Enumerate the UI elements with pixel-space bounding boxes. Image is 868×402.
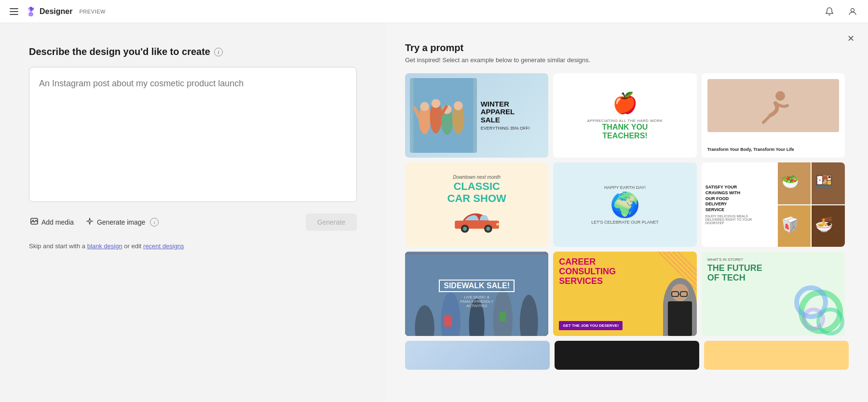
add-media-button[interactable]: Add media xyxy=(29,214,75,230)
image-icon xyxy=(30,217,39,226)
svg-rect-39 xyxy=(500,312,506,322)
generate-button[interactable]: Generate xyxy=(306,214,357,231)
decorative-circles-svg xyxy=(787,278,845,336)
svg-rect-23 xyxy=(496,223,500,226)
gallery-item-career-consulting[interactable]: CAREERCONSULTINGSERVICES GET THE JOB xyxy=(553,252,696,336)
gallery-grid: WINTERAPPARELSALE EVERYTHING 35% OFF! 🍎 … xyxy=(405,73,849,336)
gallery-item-classic-car-show[interactable]: Downtown next month CLASSICCAR SHOW xyxy=(405,162,548,247)
svg-text:🍱: 🍱 xyxy=(815,173,833,190)
try-prompt-subtitle: Get inspired! Select an example below to… xyxy=(405,56,849,64)
career-person-image xyxy=(663,278,697,336)
bell-icon xyxy=(825,7,834,16)
people-svg xyxy=(410,78,477,153)
hamburger-menu-icon[interactable] xyxy=(8,6,20,17)
svg-text:🥗: 🥗 xyxy=(781,173,800,190)
earth-day-header: HAPPY EARTH DAY! xyxy=(604,185,646,190)
topbar-left: Designer PREVIEW xyxy=(8,6,106,17)
person-icon xyxy=(848,7,857,16)
add-media-icon xyxy=(30,217,39,228)
profile-button[interactable] xyxy=(845,4,860,19)
toolbar-left: Add media Generate image i xyxy=(29,214,306,230)
earth-day-footer: LET'S CELEBRATE OUR PLANET xyxy=(591,220,659,225)
classic-car-title: CLASSICCAR SHOW xyxy=(448,181,506,204)
food-img-1: 🥗 xyxy=(778,162,811,204)
person-svg xyxy=(663,278,697,336)
recent-designs-link[interactable]: recent designs xyxy=(143,242,184,250)
topbar: Designer PREVIEW xyxy=(0,0,868,23)
svg-point-21 xyxy=(463,228,466,230)
winter-people-image xyxy=(410,78,477,153)
future-tech-title: THE FUTUREOF TECH xyxy=(707,264,839,283)
food-delivery-sub: ENJOY DELICIOUS MEALSDELIVERED RIGHT TO … xyxy=(705,214,773,225)
designer-logo-icon xyxy=(25,6,37,17)
svg-rect-52 xyxy=(668,301,692,336)
left-panel: Describe the design you'd like to create… xyxy=(0,23,386,402)
winter-apparel-text: WINTERAPPARELSALE EVERYTHING 35% OFF! xyxy=(481,100,544,131)
svg-point-15 xyxy=(775,91,785,101)
svg-point-11 xyxy=(454,101,463,110)
winter-apparel-sub: EVERYTHING 35% OFF! xyxy=(481,126,544,131)
topbar-right xyxy=(822,4,860,19)
main-content: Describe the design you'd like to create… xyxy=(0,23,868,402)
gallery-bottom-row xyxy=(405,341,849,370)
classic-car-script: Downtown next month xyxy=(453,174,501,180)
generate-info-icon[interactable]: i xyxy=(150,218,159,227)
thank-you-small-text: APPRECIATING ALL THE HARD WORK xyxy=(587,119,663,123)
career-consulting-title: CAREERCONSULTINGSERVICES xyxy=(559,257,691,286)
apple-character: 🍎 xyxy=(612,91,637,115)
logo-area: Designer xyxy=(25,6,72,17)
textarea-toolbar: Add media Generate image i Generate xyxy=(29,214,357,231)
sidewalk-sale-title: SIDEWALK SALE! xyxy=(439,280,515,292)
food-img-2: 🍱 xyxy=(812,162,845,204)
gallery-item-sidewalk-sale[interactable]: SIDEWALK SALE! LIVE MUSIC &FAMILY-FRIEND… xyxy=(405,252,548,336)
thank-you-title: THANK YOUTEACHERS! xyxy=(587,123,663,140)
food-svg-3: 🥡 xyxy=(778,205,811,247)
sparkle-icon xyxy=(85,217,94,228)
right-panel: ✕ Try a prompt Get inspired! Select an e… xyxy=(386,23,868,402)
gallery-item-winter-apparel[interactable]: WINTERAPPARELSALE EVERYTHING 35% OFF! xyxy=(405,73,548,158)
sparkle-svg xyxy=(85,217,94,226)
svg-rect-38 xyxy=(444,315,452,326)
sidewalk-sale-sub: LIVE MUSIC &FAMILY-FRIENDLYACTIVITIES xyxy=(439,295,515,308)
close-button[interactable]: ✕ xyxy=(843,31,858,46)
prompt-input[interactable] xyxy=(39,77,347,192)
gallery-item-partial-3[interactable] xyxy=(704,341,849,370)
gallery-item-partial-2[interactable] xyxy=(555,341,699,370)
food-delivery-title: SATISFY YOURCRAVINGS WITHOUR FOODDELIVER… xyxy=(705,185,773,213)
food-svg-1: 🥗 xyxy=(778,162,811,204)
gallery-item-transform-body[interactable]: Transform Your Body, Transform Your Life xyxy=(702,73,845,158)
food-img-4: 🍜 xyxy=(812,205,845,247)
svg-point-0 xyxy=(851,8,854,12)
food-delivery-text: SATISFY YOURCRAVINGS WITHOUR FOODDELIVER… xyxy=(705,185,773,224)
food-img-3: 🥡 xyxy=(778,205,811,247)
svg-text:🍜: 🍜 xyxy=(815,216,833,233)
transform-body-image xyxy=(707,79,839,132)
yoga-person-svg xyxy=(754,84,792,127)
blank-design-link[interactable]: blank design xyxy=(87,242,122,250)
thank-you-text: APPRECIATING ALL THE HARD WORK THANK YOU… xyxy=(587,119,663,140)
prompt-textarea-container xyxy=(29,67,357,202)
gallery-item-food-delivery[interactable]: SATISFY YOURCRAVINGS WITHOUR FOODDELIVER… xyxy=(702,162,845,247)
info-icon[interactable]: i xyxy=(214,48,223,56)
preview-badge: PREVIEW xyxy=(79,9,106,14)
career-cta-button[interactable]: GET THE JOB YOU DESERVE! xyxy=(559,321,623,330)
gallery-item-partial-1[interactable] xyxy=(405,341,550,370)
prompt-title: Describe the design you'd like to create… xyxy=(29,46,357,57)
food-svg-4: 🍜 xyxy=(812,205,845,247)
gallery-item-earth-day[interactable]: HAPPY EARTH DAY! 🌍 LET'S CELEBRATE OUR P… xyxy=(553,162,696,247)
classic-car-svg xyxy=(453,208,501,235)
gallery-item-thank-you-teachers[interactable]: 🍎 APPRECIATING ALL THE HARD WORK THANK Y… xyxy=(553,73,696,158)
sidewalk-sale-content: SIDEWALK SALE! LIVE MUSIC &FAMILY-FRIEND… xyxy=(439,280,515,308)
food-images-grid: 🥗 🍱 🥡 🍜 xyxy=(778,162,845,247)
generate-image-button[interactable]: Generate image i xyxy=(84,214,160,230)
earth-globe-icon: 🌍 xyxy=(610,193,640,217)
transform-body-text: Transform Your Body, Transform Your Life xyxy=(707,147,839,152)
future-tech-header: WHAT'S IN STORE? xyxy=(707,257,839,262)
svg-point-5 xyxy=(420,102,429,111)
notifications-button[interactable] xyxy=(822,4,837,19)
winter-apparel-title: WINTERAPPARELSALE xyxy=(481,100,544,124)
gallery-item-future-of-tech[interactable]: WHAT'S IN STORE? THE FUTUREOF TECH xyxy=(702,252,845,336)
footer-links: Skip and start with a blank design or ed… xyxy=(29,242,357,250)
food-svg-2: 🍱 xyxy=(812,162,845,204)
app-name: Designer xyxy=(40,7,72,16)
